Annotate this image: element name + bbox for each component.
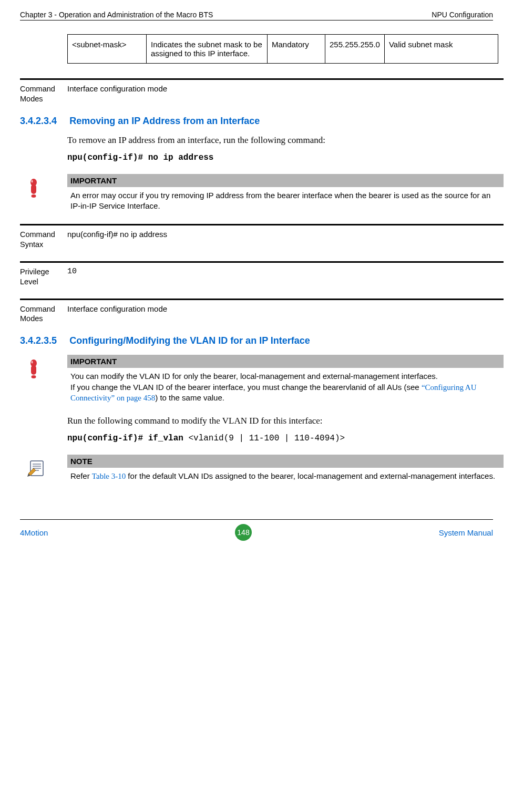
section-number: 3.4.2.3.4 — [20, 116, 67, 127]
table-row: <subnet-mask> Indicates the subnet mask … — [68, 35, 498, 64]
def-command-modes: Command Modes Interface configuration mo… — [20, 78, 504, 104]
def-value: Interface configuration mode — [67, 80, 167, 104]
def-command-modes: Command Modes Interface configuration mo… — [20, 299, 504, 324]
callout-title: IMPORTANT — [67, 174, 504, 187]
important-icon — [20, 174, 67, 213]
svg-rect-1 — [31, 184, 36, 194]
callout-text-part: ) to the same value. — [155, 393, 224, 402]
cell-name: <subnet-mask> — [68, 35, 147, 64]
command-text: npu(config-if)# no ip address — [67, 153, 493, 162]
header-left: Chapter 3 - Operation and Administration… — [20, 11, 213, 19]
def-label: Command Modes — [20, 300, 67, 324]
callout-text-part: You can modify the VLAN ID for only the … — [70, 372, 438, 381]
def-command-syntax: Command Syntax npu(config-if)# no ip add… — [20, 224, 504, 250]
def-label: Command Syntax — [20, 225, 67, 250]
section-number: 3.4.2.3.5 — [20, 335, 67, 346]
svg-point-6 — [32, 375, 36, 378]
footer-right: System Manual — [439, 528, 493, 537]
cell-presence: Mandatory — [268, 35, 325, 64]
def-value: npu(config-if)# no ip address — [67, 225, 167, 250]
svg-point-2 — [32, 194, 36, 198]
note-post: for the default VLAN IDs assigned to the… — [126, 471, 495, 480]
header-bar: Chapter 3 - Operation and Administration… — [20, 11, 493, 20]
callout-title: IMPORTANT — [67, 355, 504, 368]
footer-left: 4Motion — [20, 528, 48, 537]
callout-text-part: If you change the VLAN ID of the bearer … — [70, 383, 422, 392]
def-label: Command Modes — [20, 80, 67, 104]
parameter-table: <subnet-mask> Indicates the subnet mask … — [67, 34, 498, 64]
note-callout: NOTE Refer Table 3-10 for the default VL… — [20, 455, 504, 482]
note-icon — [20, 455, 67, 482]
header-right: NPU Configuration — [432, 11, 493, 19]
def-value: Interface configuration mode — [67, 300, 167, 324]
svg-rect-5 — [31, 365, 36, 375]
callout-text: An error may occur if you try removing I… — [67, 187, 504, 213]
page-number-badge: 148 — [235, 524, 252, 541]
cell-desc: Indicates the subnet mask to be assigned… — [147, 35, 268, 64]
def-label: Privilege Level — [20, 263, 67, 287]
command-text: npu(config-if)# if_vlan <vlanid(9 | 11-1… — [67, 434, 493, 443]
important-callout: IMPORTANT An error may occur if you try … — [20, 174, 504, 213]
cmd-plain: <vlanid(9 | 11-100 | 110-4094)> — [188, 434, 345, 443]
callout-text: Refer Table 3-10 for the default VLAN ID… — [67, 468, 504, 482]
note-pre: Refer — [70, 471, 92, 480]
section-title: Configuring/Modifying the VLAN ID for an… — [69, 335, 310, 346]
cell-default: 255.255.255.0 — [325, 35, 385, 64]
def-value: 10 — [67, 263, 77, 287]
body-text: To remove an IP address from an interfac… — [67, 135, 493, 146]
section-heading: 3.4.2.3.5 Configuring/Modifying the VLAN… — [20, 335, 493, 346]
important-callout: IMPORTANT You can modify the VLAN ID for… — [20, 355, 504, 404]
cmd-bold: npu(config-if)# if_vlan — [67, 434, 188, 443]
section-title: Removing an IP Address from an Interface — [69, 116, 260, 127]
svg-point-3 — [32, 180, 33, 182]
svg-point-7 — [32, 361, 33, 364]
callout-text: You can modify the VLAN ID for only the … — [67, 368, 504, 404]
section-heading: 3.4.2.3.4 Removing an IP Address from an… — [20, 116, 493, 127]
cross-ref-link[interactable]: Table 3-10 — [92, 472, 126, 480]
body-text: Run the following command to modify the … — [67, 416, 493, 426]
footer-bar: 4Motion 148 System Manual — [20, 519, 493, 541]
def-privilege-level: Privilege Level 10 — [20, 261, 504, 287]
important-icon — [20, 355, 67, 404]
cell-values: Valid subnet mask — [384, 35, 498, 64]
callout-title: NOTE — [67, 455, 504, 468]
